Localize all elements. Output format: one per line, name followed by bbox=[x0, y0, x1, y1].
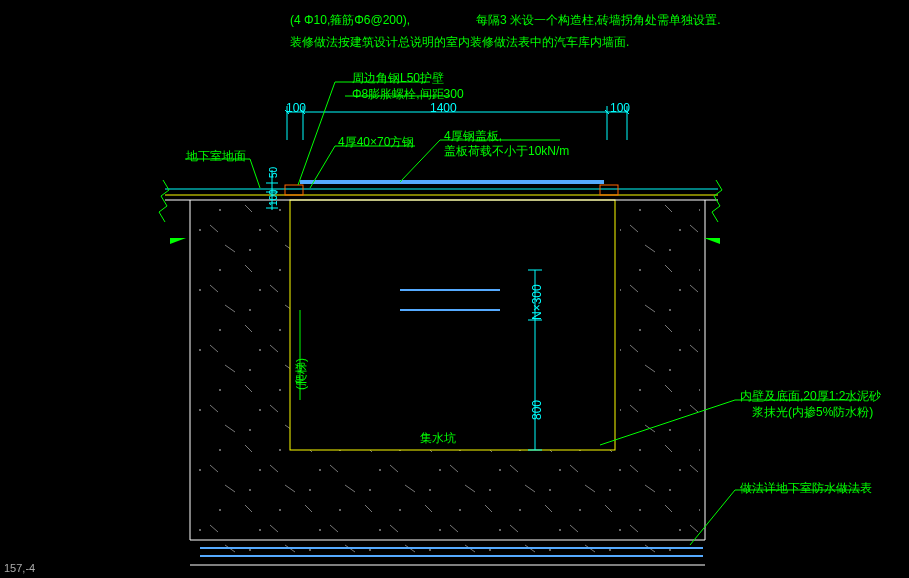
angle-left bbox=[285, 185, 303, 195]
label-basement-floor: 地下室地面 bbox=[186, 148, 246, 165]
leader-wp bbox=[690, 490, 860, 545]
label-pit-name: 集水坑 bbox=[420, 430, 456, 447]
label-inner-wall-1: 内壁及底面,20厚1:2水泥砂 bbox=[740, 388, 881, 405]
break-left bbox=[159, 180, 169, 222]
label-inner-wall-2: 浆抹光(内掺5%防水粉) bbox=[752, 404, 873, 421]
grade-arrow-l bbox=[170, 238, 186, 244]
label-ladder: (爬梯) bbox=[293, 358, 310, 390]
dim-100-right: 100 bbox=[610, 101, 630, 115]
dim-n300: N×300 bbox=[530, 284, 544, 320]
label-square-tube: 4厚40×70方钢 bbox=[338, 134, 414, 151]
cursor-coord: 157,-4 bbox=[4, 562, 35, 574]
break-right bbox=[712, 180, 722, 222]
label-waterproof-ref: 做法详地下室防水做法表 bbox=[740, 480, 872, 497]
angle-right bbox=[600, 185, 618, 195]
pit-inner bbox=[290, 200, 615, 450]
dim-100-left: 100 bbox=[286, 101, 306, 115]
dim-50: 50 bbox=[268, 167, 279, 178]
dim-800: 800 bbox=[530, 400, 544, 420]
dim-1400: 1400 bbox=[430, 101, 457, 115]
label-cover-load: 盖板荷载不小于10kN/m bbox=[444, 143, 569, 160]
dim-v100: 100 bbox=[268, 189, 279, 206]
grade-arrow-r bbox=[704, 238, 720, 244]
concrete-hatch bbox=[193, 198, 700, 560]
label-angle-steel: 周边角钢L50护壁 bbox=[352, 70, 444, 87]
